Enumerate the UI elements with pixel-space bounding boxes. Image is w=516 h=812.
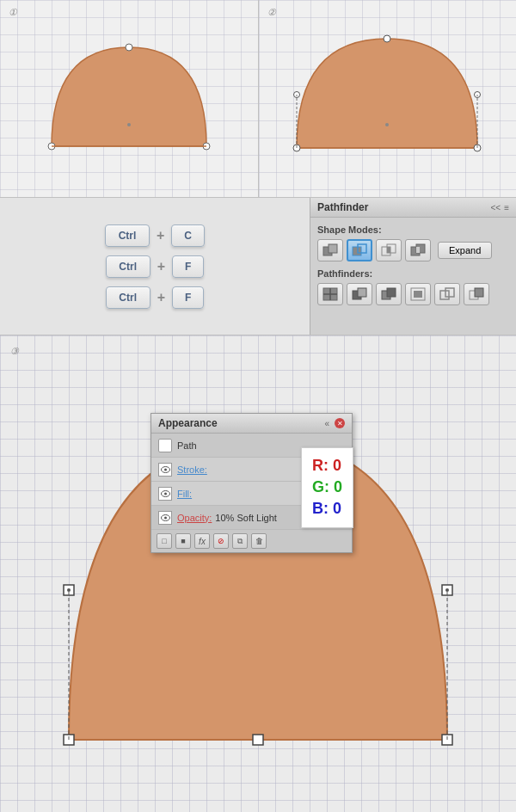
svg-rect-23 — [416, 247, 420, 253]
pathfinder-panel: Pathfinder << ≡ Shape Modes: — [310, 198, 516, 335]
minus-back-button[interactable] — [464, 283, 489, 305]
pathfinder-header: Pathfinder << ≡ — [310, 198, 516, 218]
svg-rect-30 — [387, 288, 396, 297]
unite-button[interactable] — [317, 239, 343, 261]
pathfinder-menu[interactable]: ≡ — [504, 203, 509, 212]
merge-button[interactable] — [376, 283, 402, 305]
crop-button[interactable] — [405, 283, 431, 305]
svg-rect-36 — [475, 288, 483, 297]
dome-container-1 — [0, 0, 258, 197]
plus-icon-1: + — [157, 228, 164, 243]
footer-delete-btn[interactable]: 🗑 — [251, 533, 267, 549]
pathfinder-collapse[interactable]: << — [490, 203, 501, 212]
appearance-collapse[interactable]: « — [324, 419, 329, 428]
plus-icon-3: + — [157, 290, 165, 305]
appearance-title: Appearance — [158, 417, 218, 429]
bottom-section: ③ Appearance « ✕ — [0, 335, 516, 812]
middle-row: Ctrl + C Ctrl + F Ctrl + F Pathfinder <<… — [0, 198, 516, 335]
svg-rect-34 — [445, 288, 454, 297]
shortcut-row-1: Ctrl + C — [105, 225, 205, 247]
pathfinders-buttons — [317, 283, 509, 305]
bottom-dome-svg — [0, 335, 516, 812]
letter-f-key-1[interactable]: F — [172, 255, 204, 278]
opacity-value: 10% Soft Light — [215, 513, 277, 523]
trim-button[interactable] — [347, 283, 372, 305]
pathfinder-title: Pathfinder — [317, 201, 368, 213]
footer-fx-btn[interactable]: fx — [194, 533, 210, 549]
footer-no-btn[interactable]: ⊘ — [213, 533, 229, 549]
svg-point-9 — [384, 35, 390, 42]
svg-rect-40 — [253, 735, 263, 745]
divide-button[interactable] — [317, 283, 343, 305]
stroke-eye-icon — [158, 463, 172, 477]
svg-point-49 — [164, 468, 167, 471]
plus-icon-2: + — [157, 259, 165, 274]
canvas-panel-1: ① — [0, 0, 259, 197]
ctrl-key-3[interactable]: Ctrl — [106, 286, 150, 309]
expand-button[interactable]: Expand — [438, 242, 492, 259]
minus-front-button[interactable] — [347, 239, 372, 261]
appearance-footer: □ ■ fx ⊘ ⧉ 🗑 — [151, 530, 352, 552]
shape-modes-buttons: Expand — [317, 239, 509, 261]
svg-point-57 — [164, 516, 167, 519]
svg-rect-28 — [358, 288, 366, 297]
appearance-controls: « ✕ — [324, 418, 345, 428]
shortcut-row-3: Ctrl + F — [106, 286, 205, 309]
ctrl-key-2[interactable]: Ctrl — [106, 255, 150, 278]
dome-shape-1 — [34, 22, 224, 176]
svg-rect-15 — [329, 244, 337, 253]
top-row: ① ② — [0, 0, 516, 198]
path-visibility-box — [158, 439, 172, 452]
pathfinders-label: Pathfinders: — [317, 268, 509, 279]
exclude-button[interactable] — [405, 239, 431, 261]
svg-rect-20 — [387, 247, 390, 253]
opacity-label[interactable]: Opacity: — [177, 513, 212, 523]
svg-point-55 — [164, 492, 167, 495]
panel-number-1: ① — [9, 7, 17, 18]
panel-number-2: ② — [267, 7, 276, 18]
pathfinder-body: Shape Modes: Expand Pathfinders: — [310, 218, 516, 319]
footer-fill-btn[interactable]: ■ — [175, 533, 191, 549]
panel-number-3: ③ — [10, 346, 19, 357]
ctrl-key-1[interactable]: Ctrl — [105, 225, 150, 247]
rgb-b-value: B: 0 — [312, 498, 342, 520]
svg-rect-16 — [353, 247, 361, 255]
appearance-close-button[interactable]: ✕ — [335, 418, 345, 428]
appearance-header: Appearance « ✕ — [151, 414, 352, 434]
svg-point-46 — [67, 588, 71, 592]
svg-point-47 — [445, 588, 449, 592]
intersect-button[interactable] — [376, 239, 402, 261]
footer-square-btn[interactable]: □ — [157, 533, 172, 549]
shortcuts-panel: Ctrl + C Ctrl + F Ctrl + F — [0, 198, 310, 335]
rgb-display: R: 0 G: 0 B: 0 — [301, 447, 353, 528]
outline-button[interactable] — [434, 283, 460, 305]
svg-point-0 — [127, 123, 131, 126]
svg-rect-33 — [440, 291, 449, 299]
pathfinder-controls: << ≡ — [490, 203, 509, 212]
shape-modes-label: Shape Modes: — [317, 225, 509, 235]
rgb-r-value: R: 0 — [312, 455, 342, 477]
rgb-g-value: G: 0 — [312, 477, 342, 498]
svg-point-3 — [126, 44, 132, 51]
footer-copy-btn[interactable]: ⧉ — [232, 533, 248, 549]
letter-c-key[interactable]: C — [171, 225, 205, 247]
canvas-panel-2: ② — [259, 0, 517, 197]
dome-container-2 — [259, 0, 517, 197]
svg-point-6 — [385, 123, 389, 126]
fill-eye-icon — [158, 487, 172, 501]
opacity-eye-icon — [158, 511, 172, 525]
dome-shape-2 — [284, 17, 490, 181]
shortcut-row-2: Ctrl + F — [106, 255, 205, 278]
letter-f-key-2[interactable]: F — [172, 286, 204, 309]
svg-rect-32 — [414, 291, 422, 298]
